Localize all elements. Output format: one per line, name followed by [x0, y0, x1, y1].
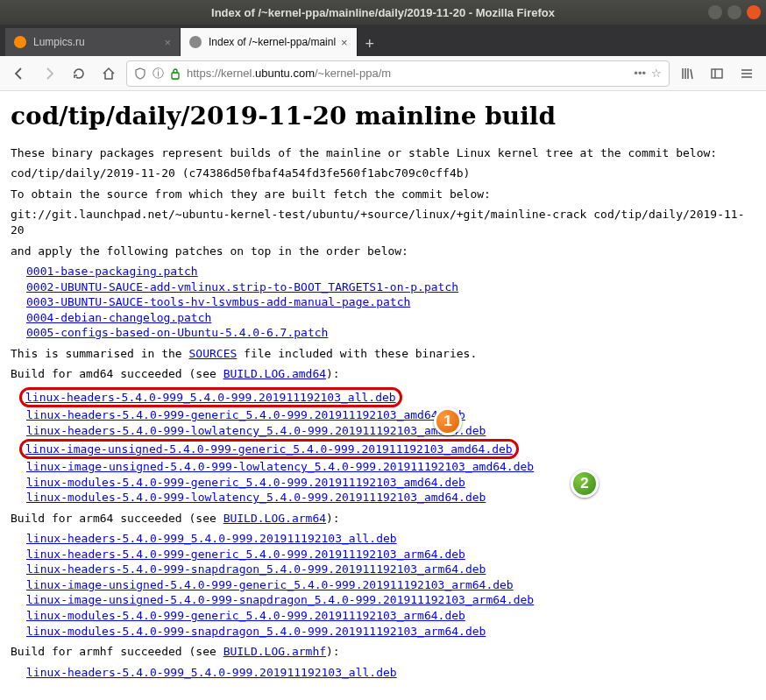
deb-link[interactable]: linux-headers-5.4.0-999-generic_5.4.0-99… [26, 548, 465, 561]
tab-close-icon[interactable]: × [164, 36, 171, 49]
build-log-link[interactable]: BUILD.LOG.armhf [223, 645, 326, 658]
callout-2: linux-image-unsigned-5.4.0-999-generic_5… [19, 439, 519, 460]
reload-icon [72, 67, 86, 81]
tab-lumpics[interactable]: Lumpics.ru × [5, 28, 181, 56]
tab-close-icon[interactable]: × [341, 36, 348, 49]
callout-1: linux-headers-5.4.0-999_5.4.0-999.201911… [19, 387, 402, 408]
git-line: git://git.launchpad.net/~ubuntu-kernel-t… [11, 207, 755, 237]
deb-link[interactable]: linux-modules-5.4.0-999-snapdragon_5.4.0… [26, 625, 486, 638]
new-tab-button[interactable]: + [358, 32, 382, 56]
amd64-files: linux-headers-5.4.0-999_5.4.0-999.201911… [26, 387, 755, 506]
arrow-left-icon [12, 67, 26, 81]
favicon-icon [189, 36, 202, 48]
favicon-icon [14, 36, 26, 48]
deb-link[interactable]: linux-modules-5.4.0-999-generic_5.4.0-99… [26, 609, 465, 622]
patch-link[interactable]: 0003-UBUNTU-SAUCE-tools-hv-lsvmbus-add-m… [26, 295, 410, 308]
patch-link[interactable]: 0002-UBUNTU-SAUCE-add-vmlinux.strip-to-B… [26, 280, 458, 293]
armhf-files: linux-headers-5.4.0-999_5.4.0-999.201911… [26, 665, 755, 681]
sidebar-button[interactable] [705, 61, 729, 86]
tab-kernel-ppa[interactable]: Index of /~kernel-ppa/mainl × [181, 28, 358, 56]
info-icon[interactable]: ⓘ [152, 67, 164, 80]
forward-button[interactable] [37, 61, 61, 86]
summary-line: This is summarised in the SOURCES file i… [11, 346, 755, 362]
window-titlebar: Index of /~kernel-ppa/mainline/daily/201… [0, 0, 766, 25]
hamburger-icon [740, 67, 754, 81]
deb-link[interactable]: linux-headers-5.4.0-999-snapdragon_5.4.0… [26, 562, 486, 576]
arm64-files: linux-headers-5.4.0-999_5.4.0-999.201911… [26, 531, 755, 639]
home-icon [102, 67, 116, 81]
window-close-button[interactable] [747, 5, 761, 19]
deb-link[interactable]: linux-headers-5.4.0-999_5.4.0-999.201911… [26, 532, 397, 545]
deb-link[interactable]: linux-image-unsigned-5.4.0-999-generic_5… [26, 578, 514, 591]
arrow-right-icon [42, 67, 56, 81]
deb-link[interactable]: linux-headers-5.4.0-999-generic_5.4.0-99… [26, 408, 465, 421]
library-icon [680, 67, 694, 81]
deb-link[interactable]: linux-image-unsigned-5.4.0-999-generic_5… [25, 442, 513, 456]
url-text: https://kernel.ubuntu.com/~kernel-ppa/m [187, 67, 628, 80]
lock-icon [169, 67, 181, 80]
deb-link[interactable]: linux-image-unsigned-5.4.0-999-lowlatenc… [26, 460, 534, 473]
source-line: To obtain the source from which they are… [11, 187, 755, 202]
deb-link[interactable]: linux-headers-5.4.0-999_5.4.0-999.201911… [26, 666, 397, 679]
library-button[interactable] [675, 61, 699, 86]
patch-link[interactable]: 0004-debian-changelog.patch [26, 311, 211, 324]
deb-link[interactable]: linux-image-unsigned-5.4.0-999-snapdrago… [26, 593, 534, 606]
home-button[interactable] [96, 61, 121, 86]
commit-text: cod/tip/daily/2019-11-20 (c74386d50fbaf4… [11, 166, 755, 181]
svg-rect-1 [712, 69, 722, 78]
tab-label: Index of /~kernel-ppa/mainl [209, 36, 336, 48]
page-heading: cod/tip/daily/2019-11-20 mainline build [11, 100, 755, 133]
deb-link[interactable]: linux-modules-5.4.0-999-lowlatency_5.4.0… [26, 491, 486, 504]
svg-rect-0 [172, 73, 179, 79]
tab-bar: Lumpics.ru × Index of /~kernel-ppa/mainl… [0, 25, 766, 56]
deb-link[interactable]: linux-modules-5.4.0-999-generic_5.4.0-99… [26, 476, 465, 489]
page-content: cod/tip/daily/2019-11-20 mainline build … [0, 91, 766, 700]
annotation-badge-1: 1 [434, 407, 462, 435]
deb-link[interactable]: linux-headers-5.4.0-999_5.4.0-999.201911… [25, 391, 396, 404]
tab-label: Lumpics.ru [33, 36, 159, 48]
intro-text: These binary packages represent builds o… [11, 145, 755, 161]
sources-link[interactable]: SOURCES [189, 347, 238, 360]
amd64-build-line: Build for amd64 succeeded (see BUILD.LOG… [11, 366, 755, 382]
reload-button[interactable] [67, 61, 91, 86]
patch-link[interactable]: 0005-configs-based-on-Ubuntu-5.4.0-6.7.p… [26, 326, 328, 339]
window-controls [708, 5, 761, 19]
page-action-dots-icon[interactable]: ••• [634, 67, 646, 80]
window-maximize-button[interactable] [727, 5, 741, 19]
shield-icon [134, 67, 146, 80]
patches-line: and apply the following patches on top i… [11, 244, 755, 259]
back-button[interactable] [7, 61, 32, 86]
window-minimize-button[interactable] [708, 5, 722, 19]
sidebar-icon [710, 67, 724, 81]
armhf-build-line: Build for armhf succeeded (see BUILD.LOG… [11, 644, 755, 660]
deb-link[interactable]: linux-headers-5.4.0-999-lowlatency_5.4.0… [26, 424, 486, 437]
arm64-build-line: Build for arm64 succeeded (see BUILD.LOG… [11, 511, 755, 527]
build-log-link[interactable]: BUILD.LOG.amd64 [223, 367, 326, 380]
annotation-badge-2: 2 [571, 470, 599, 498]
nav-toolbar: ⓘ https://kernel.ubuntu.com/~kernel-ppa/… [0, 56, 766, 91]
patch-link[interactable]: 0001-base-packaging.patch [26, 265, 198, 278]
url-bar[interactable]: ⓘ https://kernel.ubuntu.com/~kernel-ppa/… [126, 60, 670, 87]
window-title: Index of /~kernel-ppa/mainline/daily/201… [5, 6, 761, 19]
patches-list: 0001-base-packaging.patch 0002-UBUNTU-SA… [26, 264, 755, 341]
build-log-link[interactable]: BUILD.LOG.arm64 [223, 512, 326, 525]
star-icon[interactable]: ☆ [651, 67, 662, 80]
menu-button[interactable] [734, 61, 759, 86]
